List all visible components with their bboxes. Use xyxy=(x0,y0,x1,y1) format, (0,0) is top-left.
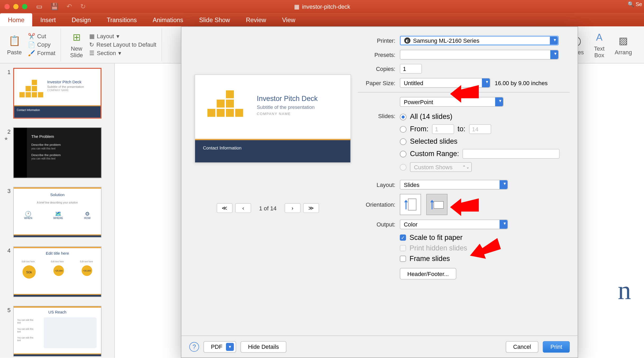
pager-prev-button[interactable]: ‹ xyxy=(235,203,251,213)
pager-next-button[interactable]: › xyxy=(285,203,300,213)
from-input[interactable] xyxy=(432,124,454,134)
format-painter-button[interactable]: 🖌️Format xyxy=(28,50,55,56)
preview-company: COMPANY NAME xyxy=(257,112,291,116)
section-icon: ☰ xyxy=(89,50,94,56)
copy-icon: 📄 xyxy=(28,41,35,48)
tab-home[interactable]: Home xyxy=(0,13,32,26)
radio-custom-shows xyxy=(400,164,406,170)
layout-select[interactable]: Slides xyxy=(400,180,508,190)
zoom-window[interactable] xyxy=(22,4,27,9)
preview-title: Investor Pitch Deck xyxy=(257,95,318,103)
radio-all-slides[interactable] xyxy=(400,114,406,120)
pager-first-button[interactable]: ≪ xyxy=(217,203,233,213)
checkbox-frame-slides[interactable] xyxy=(400,256,406,262)
output-select[interactable]: Color xyxy=(400,220,508,229)
quick-access-toolbar: ▭ 💾 ↶ ↻ xyxy=(36,3,86,11)
new-slide-icon: ⊞ xyxy=(70,31,83,44)
new-slide-button[interactable]: ⊞ New Slide xyxy=(67,29,86,60)
pager-last-button[interactable]: ≫ xyxy=(303,203,319,213)
tab-review[interactable]: Review xyxy=(238,13,274,26)
custom-range-input[interactable] xyxy=(463,149,560,159)
section-button[interactable]: ☰Section ▾ xyxy=(89,50,156,56)
preview-pager: ≪ ‹ 1 of 14 › ≫ xyxy=(217,203,332,213)
print-hidden-label: Print hidden slides xyxy=(410,244,467,252)
cut-button[interactable]: ✂️Cut xyxy=(28,33,55,40)
preview-subtitle: Subtitle of the presentation xyxy=(257,104,315,110)
all-slides-label: All (14 slides) xyxy=(410,113,452,121)
minimize-window[interactable] xyxy=(13,4,18,9)
radio-custom-range[interactable] xyxy=(400,151,406,157)
ribbon-tabs: Home Insert Design Transitions Animation… xyxy=(0,13,644,26)
print-button[interactable]: Print xyxy=(543,341,570,352)
copy-button[interactable]: 📄Copy xyxy=(28,41,55,48)
custom-shows-select: Custom Shows xyxy=(410,162,472,172)
radio-selected-slides[interactable] xyxy=(400,138,406,145)
tab-insert[interactable]: Insert xyxy=(32,13,64,26)
slide-thumbnail-5[interactable]: US Reach You can edit this text You can … xyxy=(13,306,101,356)
copies-input[interactable] xyxy=(400,64,422,74)
search-field[interactable]: 🔍 Se xyxy=(628,1,642,7)
redo-icon[interactable]: ↻ xyxy=(80,3,86,11)
header-footer-button[interactable]: Header/Footer... xyxy=(400,268,456,279)
slide-thumbnail-3[interactable]: Solution A brief line describing your so… xyxy=(13,187,101,238)
tab-animations[interactable]: Animations xyxy=(145,13,191,26)
from-label: From: xyxy=(410,125,428,133)
brush-icon: 🖌️ xyxy=(28,50,35,56)
to-input[interactable] xyxy=(469,124,491,134)
tab-slideshow[interactable]: Slide Show xyxy=(191,13,238,26)
pdf-dropdown[interactable]: PDF ▾ xyxy=(203,341,236,352)
slide-thumbnail-panel[interactable]: 1 Investor Pitch Deck Subtitle of the pr… xyxy=(0,64,115,358)
radio-from-to[interactable] xyxy=(400,126,406,132)
tab-view[interactable]: View xyxy=(274,13,304,26)
print-dialog: Investor Pitch Deck Subtitle of the pres… xyxy=(181,26,578,358)
layout-icon: ▦ xyxy=(89,33,94,40)
thumb-number: 4 xyxy=(3,246,11,297)
thumb2-title: The Problem xyxy=(31,134,54,139)
clipboard-icon: 📋 xyxy=(8,34,21,47)
layout-label: Layout: xyxy=(358,181,400,188)
save-icon[interactable]: 💾 xyxy=(50,3,59,11)
orientation-portrait-button[interactable] xyxy=(400,194,421,215)
svg-marker-2 xyxy=(450,85,479,103)
undo-icon[interactable]: ↶ xyxy=(67,3,72,11)
slide-thumbnail-2[interactable]: The Problem Describe the problem you can… xyxy=(13,127,101,178)
thumb-number: 3 xyxy=(3,187,11,238)
checkbox-scale-to-fit[interactable] xyxy=(400,235,406,241)
slide-thumbnail-1[interactable]: Investor Pitch Deck Subtitle of the pres… xyxy=(13,68,101,118)
copies-label: Copies: xyxy=(358,65,400,72)
window-title: ▦ investor-pitch-deck xyxy=(294,3,350,10)
thumb1-title: Investor Pitch Deck xyxy=(47,80,82,84)
paste-button[interactable]: 📋 Paste xyxy=(4,32,25,57)
printer-label: Printer: xyxy=(358,37,400,44)
thumb1-sub: Subtitle of the presentation xyxy=(47,85,84,88)
presets-select[interactable] xyxy=(400,50,559,60)
arrange-button[interactable]: ▨ Arrang xyxy=(612,32,634,57)
file-icon: ▦ xyxy=(294,3,299,10)
hide-details-button[interactable]: Hide Details xyxy=(240,341,286,352)
reset-layout-button[interactable]: ↻Reset Layout to Default xyxy=(89,41,156,48)
orientation-label: Orientation: xyxy=(358,201,400,208)
close-window[interactable] xyxy=(4,4,10,9)
slide-thumbnail-4[interactable]: Edit title here Edit text here Edit text… xyxy=(13,246,101,297)
help-button[interactable]: ? xyxy=(189,342,199,352)
printer-select[interactable]: ◐ Samsung ML-2160 Series xyxy=(400,36,559,45)
svg-rect-0 xyxy=(408,199,416,210)
orientation-landscape-button[interactable] xyxy=(427,194,448,215)
tab-transitions[interactable]: Transitions xyxy=(99,13,145,26)
thumb1-footer: Contact Information xyxy=(14,105,101,118)
scale-to-fit-label: Scale to fit paper xyxy=(410,234,463,241)
thumb1-company: COMPANY NAME xyxy=(47,89,69,92)
chevron-down-icon: ▾ xyxy=(226,343,234,351)
thumb-number: 5 xyxy=(3,306,11,356)
tab-design[interactable]: Design xyxy=(64,13,99,26)
layout-button[interactable]: ▦Layout ▾ xyxy=(89,33,156,40)
arrange-icon: ▨ xyxy=(617,34,630,47)
slides-label: Slides: xyxy=(358,113,400,119)
textbox-button[interactable]: A Text Box xyxy=(590,29,608,60)
thumb-number: 2 xyxy=(3,127,11,135)
papersize-label: Paper Size: xyxy=(358,80,400,86)
annotation-arrow-1 xyxy=(450,79,481,103)
cancel-button[interactable]: Cancel xyxy=(506,341,539,352)
presentation-icon[interactable]: ▭ xyxy=(36,3,42,11)
preview-footer: Contact Information xyxy=(195,139,351,163)
